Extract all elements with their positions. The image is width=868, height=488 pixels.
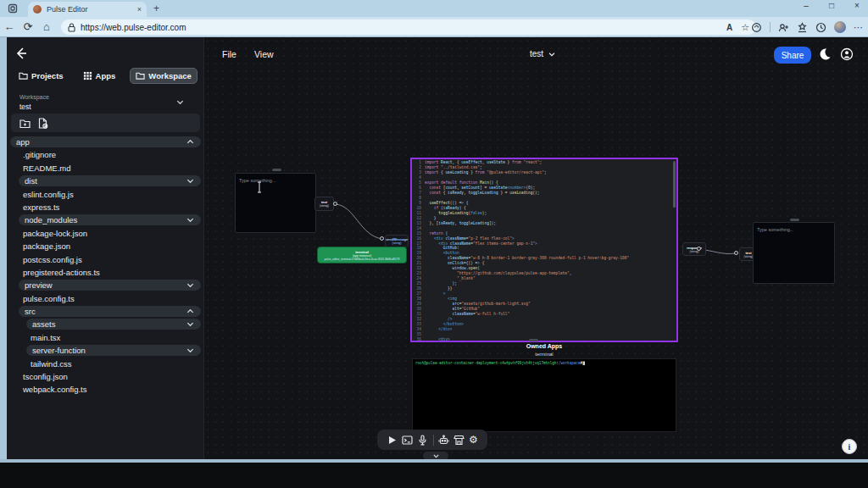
sidebar-back-icon[interactable] <box>14 46 29 61</box>
tree-file-tsconfig.json[interactable]: tsconfig.json <box>10 371 201 382</box>
share-button[interactable]: Share <box>774 47 811 64</box>
read-aloud-icon[interactable]: A <box>726 23 732 32</box>
chevron-down-icon <box>186 215 195 225</box>
terminal-app-node[interactable]: terminal (app instance) pulse_editor_ter… <box>317 247 407 263</box>
settings-gear-icon[interactable]: ⚙ <box>469 435 478 446</box>
tree-file-.gitignore[interactable]: .gitignore <box>10 149 201 160</box>
chevron-down-icon[interactable] <box>175 97 185 107</box>
screen: Pulse Editor × + – □ × ← ⟳ ⌂ https://web… <box>0 0 868 488</box>
code-editor-node[interactable]: 1import React, { useEffect, useState } f… <box>410 158 678 342</box>
tree-item-label: express.ts <box>10 202 59 212</box>
connector-dot[interactable] <box>697 247 701 251</box>
tree-folder-preview[interactable]: preview <box>19 280 201 291</box>
sidebar-tab-label: Workspace <box>148 71 192 80</box>
dark-mode-moon-icon[interactable] <box>818 47 832 61</box>
tree-file-postcss.config.js[interactable]: postcss.config.js <box>10 254 201 265</box>
folder-icon <box>19 71 28 80</box>
below-page-area <box>0 463 868 488</box>
left-edge-strip <box>0 37 7 459</box>
node-drag-handle[interactable] <box>790 219 799 221</box>
tree-item-label: tsconfig.json <box>10 372 68 381</box>
chevron-down-icon <box>186 280 195 290</box>
browser-extension-area: ⋯ <box>751 19 863 35</box>
tab-close-icon[interactable]: × <box>137 5 142 14</box>
robot-icon[interactable] <box>438 435 449 446</box>
tree-file-main.tsx[interactable]: main.tsx <box>10 332 201 343</box>
tree-folder-assets[interactable]: assets <box>26 319 201 330</box>
terminal-prompt: root@pulse-editor-container-deployment-c… <box>415 361 673 365</box>
microphone-icon[interactable] <box>417 435 428 446</box>
editor-scrollbar[interactable] <box>673 161 676 208</box>
favorites-star-icon[interactable]: ☆ <box>741 22 749 33</box>
play-icon[interactable] <box>387 435 398 446</box>
browser-profile-avatar[interactable] <box>834 21 846 33</box>
port-response-output[interactable]: response (string) <box>682 242 706 256</box>
window-maximize-button[interactable]: □ <box>826 1 837 10</box>
tree-file-pulse.config.ts[interactable]: pulse.config.ts <box>10 293 201 304</box>
tree-folder-server-function[interactable]: server-function <box>26 345 201 356</box>
browser-tab[interactable]: Pulse Editor × <box>28 2 147 17</box>
browser-essentials-icon[interactable] <box>778 22 789 33</box>
window-minimize-button[interactable]: – <box>800 1 812 10</box>
tab-actions-icon[interactable] <box>8 3 18 14</box>
collections-icon[interactable] <box>797 22 808 33</box>
profile-icon[interactable] <box>840 47 854 61</box>
menu-file[interactable]: File <box>222 49 236 59</box>
workspace-name[interactable]: test <box>19 103 31 111</box>
sidebar-tab-workspace[interactable]: Workspace <box>130 68 198 84</box>
copilot-icon[interactable] <box>751 22 762 33</box>
tree-file-pregistered-actions.ts[interactable]: pregistered-actions.ts <box>10 267 201 278</box>
chevron-up-icon <box>186 137 195 147</box>
code-text: import { useLoading } from "@pulse-edito… <box>425 170 547 175</box>
tree-item-label: README.md <box>10 164 70 173</box>
tree-folder-node_modules[interactable]: node_modules <box>19 214 201 225</box>
new-tab-button[interactable]: + <box>153 3 159 14</box>
sidebar-tab-projects[interactable]: Projects <box>14 69 69 83</box>
connector-dot[interactable] <box>333 202 337 206</box>
history-icon[interactable] <box>815 22 826 33</box>
tree-folder-app[interactable]: app <box>10 136 201 147</box>
tree-file-express.ts[interactable]: express.ts <box>10 202 201 213</box>
grid-icon <box>83 71 92 80</box>
new-folder-icon[interactable] <box>19 118 31 129</box>
tree-file-package.json[interactable]: package.json <box>10 241 201 252</box>
browser-back-icon[interactable]: ← <box>0 20 19 33</box>
text-output-node[interactable]: Type something... <box>753 222 835 284</box>
port-sendmessage-input[interactable]: sendMessage (string) <box>385 235 409 247</box>
code-text: <div> <box>425 336 450 341</box>
browser-home-icon[interactable]: ⌂ <box>37 20 56 33</box>
tree-file-webpack.config.ts[interactable]: webpack.config.ts <box>10 384 201 395</box>
terminal-output[interactable]: root@pulse-editor-container-deployment-c… <box>412 358 676 432</box>
workflow-canvas[interactable]: File View test Share <box>204 37 868 459</box>
tree-file-README.md[interactable]: README.md <box>10 163 201 174</box>
code-line[interactable]: 36 <div> <box>412 336 676 341</box>
info-button[interactable]: i <box>842 439 857 454</box>
canvas-toolbar: ⚙ <box>377 430 487 450</box>
tab-title: Pulse Editor <box>47 5 132 14</box>
tree-folder-src[interactable]: src <box>19 306 201 317</box>
browser-more-icon[interactable]: ⋯ <box>854 22 863 33</box>
connector-dot[interactable] <box>734 251 738 255</box>
tree-item-label: eslint.config.js <box>10 190 74 199</box>
tree-folder-dist[interactable]: dist <box>19 175 201 186</box>
new-file-icon[interactable] <box>37 118 48 129</box>
sidebar-tab-apps[interactable]: Apps <box>78 69 121 83</box>
tree-file-eslint.config.js[interactable]: eslint.config.js <box>10 189 201 200</box>
tree-file-tailwind.css[interactable]: tailwind.css <box>10 358 201 369</box>
connector-dot[interactable] <box>380 236 384 241</box>
menu-view[interactable]: View <box>254 49 274 59</box>
text-input-node[interactable]: Type something... <box>235 173 316 233</box>
browser-refresh-icon[interactable]: ⟳ <box>19 20 37 33</box>
project-selector[interactable]: test <box>530 49 556 58</box>
url-bar[interactable]: https://web.pulse-editor.com A ☆ <box>61 19 756 35</box>
window-close-button[interactable]: × <box>851 1 863 10</box>
url-text[interactable]: https://web.pulse-editor.com <box>81 23 721 32</box>
store-icon[interactable] <box>453 435 465 446</box>
terminal-icon[interactable] <box>402 435 413 446</box>
code-text: const { isReady, toggleLoading } = useLo… <box>425 191 540 196</box>
tab-favicon-icon <box>33 5 42 14</box>
node-drag-handle[interactable] <box>272 169 281 171</box>
tree-file-package-lock.json[interactable]: package-lock.json <box>10 228 201 239</box>
port-text-output[interactable]: text (string) <box>314 197 334 211</box>
node-drag-handle[interactable] <box>529 339 538 341</box>
